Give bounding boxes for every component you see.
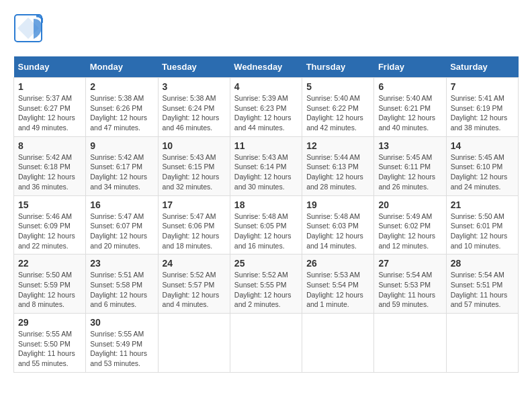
daylight-hours: Daylight: 12 hours and 16 minutes. — [234, 232, 292, 250]
day-number: 7 — [451, 81, 514, 92]
sunset-time: Sunset: 6:13 PM — [306, 163, 359, 171]
header-thursday: Thursday — [302, 56, 374, 78]
day-info: Sunrise: 5:55 AM Sunset: 5:49 PM Dayligh… — [90, 329, 153, 369]
daylight-hours: Daylight: 12 hours and 18 minutes. — [163, 232, 220, 250]
sunrise-time: Sunrise: 5:55 AM — [90, 330, 144, 338]
day-info: Sunrise: 5:49 AM Sunset: 6:02 PM Dayligh… — [378, 212, 441, 251]
day-info: Sunrise: 5:38 AM Sunset: 6:24 PM Dayligh… — [163, 93, 226, 133]
calendar-week-3: 15 Sunrise: 5:46 AM Sunset: 6:09 PM Dayl… — [14, 195, 519, 255]
calendar-cell: 15 Sunrise: 5:46 AM Sunset: 6:09 PM Dayl… — [14, 195, 86, 255]
daylight-hours: Daylight: 11 hours and 53 minutes. — [90, 349, 147, 367]
calendar-cell: 26 Sunrise: 5:53 AM Sunset: 5:54 PM Dayl… — [302, 255, 374, 314]
sunrise-time: Sunrise: 5:37 AM — [18, 94, 72, 102]
daylight-hours: Daylight: 12 hours and 40 minutes. — [378, 113, 435, 132]
sunrise-time: Sunrise: 5:42 AM — [90, 153, 144, 161]
daylight-hours: Daylight: 12 hours and 8 minutes. — [18, 291, 75, 309]
calendar-cell: 21 Sunrise: 5:50 AM Sunset: 6:01 PM Dayl… — [446, 195, 518, 255]
sunset-time: Sunset: 6:18 PM — [18, 163, 71, 171]
sunset-time: Sunset: 6:02 PM — [378, 222, 431, 230]
calendar-week-5: 29 Sunrise: 5:55 AM Sunset: 5:50 PM Dayl… — [14, 314, 519, 373]
calendar-cell — [446, 314, 518, 373]
sunrise-time: Sunrise: 5:38 AM — [90, 94, 144, 102]
sunset-time: Sunset: 6:05 PM — [234, 222, 287, 230]
day-info: Sunrise: 5:45 AM Sunset: 6:11 PM Dayligh… — [378, 152, 441, 192]
calendar-cell: 10 Sunrise: 5:43 AM Sunset: 6:15 PM Dayl… — [158, 136, 230, 195]
day-number: 12 — [306, 140, 369, 151]
day-info: Sunrise: 5:42 AM Sunset: 6:18 PM Dayligh… — [18, 152, 81, 192]
day-info: Sunrise: 5:39 AM Sunset: 6:23 PM Dayligh… — [234, 93, 298, 133]
sunrise-time: Sunrise: 5:54 AM — [451, 271, 504, 279]
logo-icon — [13, 13, 43, 46]
sunset-time: Sunset: 6:11 PM — [378, 163, 431, 171]
day-number: 23 — [90, 258, 153, 269]
sunset-time: Sunset: 5:51 PM — [451, 281, 503, 289]
daylight-hours: Daylight: 12 hours and 28 minutes. — [306, 173, 363, 191]
daylight-hours: Daylight: 12 hours and 14 minutes. — [306, 232, 363, 250]
sunrise-time: Sunrise: 5:44 AM — [306, 153, 360, 161]
daylight-hours: Daylight: 12 hours and 20 minutes. — [90, 232, 147, 250]
sunrise-time: Sunrise: 5:52 AM — [163, 271, 216, 279]
day-info: Sunrise: 5:54 AM Sunset: 5:53 PM Dayligh… — [378, 270, 441, 310]
sunrise-time: Sunrise: 5:48 AM — [306, 212, 360, 220]
sunset-time: Sunset: 5:50 PM — [18, 340, 71, 348]
day-number: 2 — [90, 81, 153, 92]
header-friday: Friday — [374, 56, 446, 78]
page-header — [13, 13, 519, 46]
day-info: Sunrise: 5:43 AM Sunset: 6:15 PM Dayligh… — [163, 152, 226, 192]
sunset-time: Sunset: 5:54 PM — [306, 281, 359, 289]
day-number: 13 — [378, 140, 441, 151]
sunset-time: Sunset: 5:57 PM — [163, 281, 215, 289]
sunrise-time: Sunrise: 5:46 AM — [18, 212, 72, 220]
calendar-cell: 12 Sunrise: 5:44 AM Sunset: 6:13 PM Dayl… — [302, 136, 374, 195]
sunrise-time: Sunrise: 5:48 AM — [234, 212, 288, 220]
sunrise-time: Sunrise: 5:45 AM — [378, 153, 432, 161]
calendar-cell: 13 Sunrise: 5:45 AM Sunset: 6:11 PM Dayl… — [374, 136, 446, 195]
day-number: 9 — [90, 140, 153, 151]
daylight-hours: Daylight: 12 hours and 36 minutes. — [18, 173, 75, 191]
day-info: Sunrise: 5:37 AM Sunset: 6:27 PM Dayligh… — [18, 93, 81, 133]
sunset-time: Sunset: 6:24 PM — [163, 104, 215, 112]
daylight-hours: Daylight: 12 hours and 42 minutes. — [306, 113, 363, 132]
daylight-hours: Daylight: 12 hours and 4 minutes. — [163, 291, 220, 309]
calendar-table: Sunday Monday Tuesday Wednesday Thursday… — [13, 56, 519, 373]
sunset-time: Sunset: 6:03 PM — [306, 222, 359, 230]
calendar-cell: 18 Sunrise: 5:48 AM Sunset: 6:05 PM Dayl… — [230, 195, 302, 255]
daylight-hours: Daylight: 12 hours and 6 minutes. — [90, 291, 147, 309]
day-info: Sunrise: 5:48 AM Sunset: 6:05 PM Dayligh… — [234, 212, 298, 251]
daylight-hours: Daylight: 12 hours and 32 minutes. — [163, 173, 220, 191]
weekday-header-row: Sunday Monday Tuesday Wednesday Thursday… — [14, 56, 519, 78]
sunrise-time: Sunrise: 5:53 AM — [306, 271, 360, 279]
sunrise-time: Sunrise: 5:52 AM — [234, 271, 288, 279]
day-info: Sunrise: 5:46 AM Sunset: 6:09 PM Dayligh… — [18, 212, 81, 251]
calendar-cell: 1 Sunrise: 5:37 AM Sunset: 6:27 PM Dayli… — [14, 78, 86, 137]
day-number: 1 — [18, 81, 81, 92]
sunset-time: Sunset: 5:59 PM — [18, 281, 71, 289]
day-number: 14 — [451, 140, 514, 151]
calendar-cell: 27 Sunrise: 5:54 AM Sunset: 5:53 PM Dayl… — [374, 255, 446, 314]
sunrise-time: Sunrise: 5:51 AM — [90, 271, 144, 279]
day-number: 3 — [163, 81, 226, 92]
sunset-time: Sunset: 5:49 PM — [90, 340, 142, 348]
day-number: 18 — [234, 199, 298, 210]
daylight-hours: Daylight: 12 hours and 2 minutes. — [234, 291, 292, 309]
sunset-time: Sunset: 6:26 PM — [90, 104, 142, 112]
day-number: 24 — [163, 258, 226, 269]
day-number: 6 — [378, 81, 441, 92]
calendar-week-1: 1 Sunrise: 5:37 AM Sunset: 6:27 PM Dayli… — [14, 78, 519, 137]
calendar-cell: 2 Sunrise: 5:38 AM Sunset: 6:26 PM Dayli… — [86, 78, 158, 137]
sunset-time: Sunset: 6:01 PM — [451, 222, 503, 230]
day-info: Sunrise: 5:55 AM Sunset: 5:50 PM Dayligh… — [18, 329, 81, 369]
calendar-cell: 28 Sunrise: 5:54 AM Sunset: 5:51 PM Dayl… — [446, 255, 518, 314]
day-number: 15 — [18, 199, 81, 210]
day-info: Sunrise: 5:43 AM Sunset: 6:14 PM Dayligh… — [234, 152, 298, 192]
sunrise-time: Sunrise: 5:47 AM — [163, 212, 216, 220]
sunset-time: Sunset: 6:22 PM — [306, 104, 359, 112]
daylight-hours: Daylight: 12 hours and 47 minutes. — [90, 113, 147, 132]
day-number: 21 — [451, 199, 514, 210]
day-info: Sunrise: 5:50 AM Sunset: 6:01 PM Dayligh… — [451, 212, 514, 251]
calendar-cell: 3 Sunrise: 5:38 AM Sunset: 6:24 PM Dayli… — [158, 78, 230, 137]
sunset-time: Sunset: 6:21 PM — [378, 104, 431, 112]
daylight-hours: Daylight: 11 hours and 59 minutes. — [378, 291, 435, 309]
daylight-hours: Daylight: 11 hours and 57 minutes. — [451, 291, 508, 309]
sunset-time: Sunset: 6:09 PM — [18, 222, 71, 230]
